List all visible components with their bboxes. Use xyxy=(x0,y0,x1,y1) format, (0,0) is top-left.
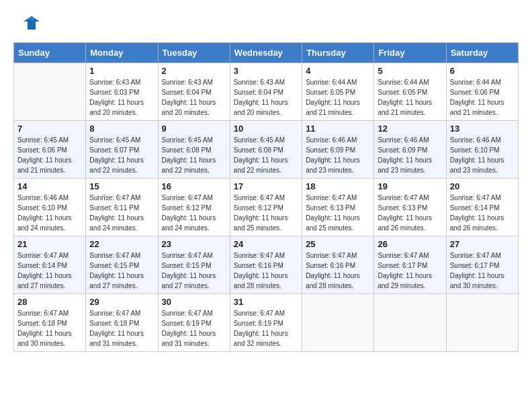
day-number: 25 xyxy=(306,239,370,249)
day-info: Sunrise: 6:45 AMSunset: 6:07 PMDaylight:… xyxy=(89,135,154,175)
calendar-cell: 5Sunrise: 6:44 AMSunset: 6:05 PMDaylight… xyxy=(374,63,446,121)
day-number: 27 xyxy=(450,239,515,249)
calendar-cell: 9Sunrise: 6:45 AMSunset: 6:08 PMDaylight… xyxy=(158,121,230,179)
day-info: Sunrise: 6:45 AMSunset: 6:08 PMDaylight:… xyxy=(234,135,298,175)
day-info: Sunrise: 6:43 AMSunset: 6:04 PMDaylight:… xyxy=(234,77,298,118)
calendar-cell: 15Sunrise: 6:47 AMSunset: 6:11 PMDayligh… xyxy=(86,179,158,236)
calendar-cell: 24Sunrise: 6:47 AMSunset: 6:16 PMDayligh… xyxy=(230,236,302,294)
day-number: 19 xyxy=(378,181,442,191)
day-info: Sunrise: 6:47 AMSunset: 6:12 PMDaylight:… xyxy=(234,193,298,233)
calendar-cell: 7Sunrise: 6:45 AMSunset: 6:06 PMDaylight… xyxy=(14,121,86,179)
calendar-cell: 13Sunrise: 6:46 AMSunset: 6:10 PMDayligh… xyxy=(446,121,518,179)
day-info: Sunrise: 6:46 AMSunset: 6:09 PMDaylight:… xyxy=(378,135,442,175)
day-number: 1 xyxy=(89,66,154,76)
calendar-cell: 29Sunrise: 6:47 AMSunset: 6:18 PMDayligh… xyxy=(86,294,158,352)
calendar-cell: 22Sunrise: 6:47 AMSunset: 6:15 PMDayligh… xyxy=(86,236,158,294)
day-number: 24 xyxy=(234,239,298,249)
day-info: Sunrise: 6:46 AMSunset: 6:10 PMDaylight:… xyxy=(17,193,82,233)
day-number: 14 xyxy=(17,181,82,191)
day-number: 10 xyxy=(234,124,298,134)
day-number: 29 xyxy=(89,297,154,307)
calendar-cell: 17Sunrise: 6:47 AMSunset: 6:12 PMDayligh… xyxy=(230,179,302,236)
calendar-cell: 2Sunrise: 6:43 AMSunset: 6:04 PMDaylight… xyxy=(158,63,230,121)
calendar-cell xyxy=(14,63,86,121)
col-header-wednesday: Wednesday xyxy=(230,43,302,63)
calendar-cell: 18Sunrise: 6:47 AMSunset: 6:13 PMDayligh… xyxy=(302,179,374,236)
day-number: 7 xyxy=(17,124,82,134)
calendar-week: 28Sunrise: 6:47 AMSunset: 6:18 PMDayligh… xyxy=(14,294,519,352)
col-header-sunday: Sunday xyxy=(14,43,86,63)
page-header xyxy=(13,13,519,36)
logo xyxy=(13,13,41,36)
day-info: Sunrise: 6:47 AMSunset: 6:18 PMDaylight:… xyxy=(17,308,82,349)
day-number: 18 xyxy=(306,181,370,191)
calendar-cell xyxy=(446,294,518,352)
day-info: Sunrise: 6:47 AMSunset: 6:13 PMDaylight:… xyxy=(378,193,442,233)
col-header-monday: Monday xyxy=(86,43,158,63)
calendar-cell: 27Sunrise: 6:47 AMSunset: 6:17 PMDayligh… xyxy=(446,236,518,294)
day-info: Sunrise: 6:47 AMSunset: 6:19 PMDaylight:… xyxy=(234,308,298,349)
col-header-friday: Friday xyxy=(374,43,446,63)
day-info: Sunrise: 6:44 AMSunset: 6:05 PMDaylight:… xyxy=(306,77,370,118)
day-info: Sunrise: 6:47 AMSunset: 6:15 PMDaylight:… xyxy=(162,250,226,291)
calendar-body: 1Sunrise: 6:43 AMSunset: 6:03 PMDaylight… xyxy=(14,63,519,352)
calendar-cell: 14Sunrise: 6:46 AMSunset: 6:10 PMDayligh… xyxy=(14,179,86,236)
calendar-cell: 16Sunrise: 6:47 AMSunset: 6:12 PMDayligh… xyxy=(158,179,230,236)
calendar-cell: 10Sunrise: 6:45 AMSunset: 6:08 PMDayligh… xyxy=(230,121,302,179)
day-number: 6 xyxy=(450,66,515,76)
calendar-cell: 11Sunrise: 6:46 AMSunset: 6:09 PMDayligh… xyxy=(302,121,374,179)
day-info: Sunrise: 6:43 AMSunset: 6:04 PMDaylight:… xyxy=(162,77,226,118)
day-info: Sunrise: 6:45 AMSunset: 6:08 PMDaylight:… xyxy=(162,135,226,175)
calendar-cell: 21Sunrise: 6:47 AMSunset: 6:14 PMDayligh… xyxy=(14,236,86,294)
day-info: Sunrise: 6:44 AMSunset: 6:05 PMDaylight:… xyxy=(378,77,442,118)
day-number: 2 xyxy=(162,66,226,76)
day-number: 15 xyxy=(89,181,154,191)
day-info: Sunrise: 6:47 AMSunset: 6:14 PMDaylight:… xyxy=(450,193,515,233)
calendar-cell: 25Sunrise: 6:47 AMSunset: 6:16 PMDayligh… xyxy=(302,236,374,294)
day-info: Sunrise: 6:47 AMSunset: 6:19 PMDaylight:… xyxy=(162,308,226,349)
day-info: Sunrise: 6:46 AMSunset: 6:10 PMDaylight:… xyxy=(450,135,515,175)
calendar-cell: 1Sunrise: 6:43 AMSunset: 6:03 PMDaylight… xyxy=(86,63,158,121)
calendar-cell: 28Sunrise: 6:47 AMSunset: 6:18 PMDayligh… xyxy=(14,294,86,352)
day-number: 8 xyxy=(89,124,154,134)
calendar-week: 21Sunrise: 6:47 AMSunset: 6:14 PMDayligh… xyxy=(14,236,519,294)
calendar-cell: 3Sunrise: 6:43 AMSunset: 6:04 PMDaylight… xyxy=(230,63,302,121)
calendar-cell: 23Sunrise: 6:47 AMSunset: 6:15 PMDayligh… xyxy=(158,236,230,294)
day-info: Sunrise: 6:47 AMSunset: 6:16 PMDaylight:… xyxy=(306,250,370,291)
col-header-saturday: Saturday xyxy=(446,43,518,63)
day-info: Sunrise: 6:46 AMSunset: 6:09 PMDaylight:… xyxy=(306,135,370,175)
day-number: 22 xyxy=(89,239,154,249)
calendar-week: 7Sunrise: 6:45 AMSunset: 6:06 PMDaylight… xyxy=(14,121,519,179)
calendar-cell: 20Sunrise: 6:47 AMSunset: 6:14 PMDayligh… xyxy=(446,179,518,236)
day-info: Sunrise: 6:45 AMSunset: 6:06 PMDaylight:… xyxy=(17,135,82,175)
day-number: 17 xyxy=(234,181,298,191)
day-info: Sunrise: 6:47 AMSunset: 6:17 PMDaylight:… xyxy=(378,250,442,291)
day-number: 9 xyxy=(162,124,226,134)
day-number: 4 xyxy=(306,66,370,76)
day-info: Sunrise: 6:43 AMSunset: 6:03 PMDaylight:… xyxy=(89,77,154,118)
day-info: Sunrise: 6:47 AMSunset: 6:16 PMDaylight:… xyxy=(234,250,298,291)
day-number: 30 xyxy=(162,297,226,307)
calendar-cell: 4Sunrise: 6:44 AMSunset: 6:05 PMDaylight… xyxy=(302,63,374,121)
day-number: 28 xyxy=(17,297,82,307)
col-header-tuesday: Tuesday xyxy=(158,43,230,63)
day-number: 23 xyxy=(162,239,226,249)
logo-bird-icon xyxy=(22,13,41,32)
calendar-cell: 31Sunrise: 6:47 AMSunset: 6:19 PMDayligh… xyxy=(230,294,302,352)
day-number: 16 xyxy=(162,181,226,191)
calendar-header: SundayMondayTuesdayWednesdayThursdayFrid… xyxy=(14,43,519,63)
day-number: 26 xyxy=(378,239,442,249)
calendar-cell xyxy=(374,294,446,352)
calendar-table: SundayMondayTuesdayWednesdayThursdayFrid… xyxy=(13,42,519,352)
calendar-cell: 19Sunrise: 6:47 AMSunset: 6:13 PMDayligh… xyxy=(374,179,446,236)
calendar-cell: 12Sunrise: 6:46 AMSunset: 6:09 PMDayligh… xyxy=(374,121,446,179)
calendar-week: 1Sunrise: 6:43 AMSunset: 6:03 PMDaylight… xyxy=(14,63,519,121)
calendar-cell: 26Sunrise: 6:47 AMSunset: 6:17 PMDayligh… xyxy=(374,236,446,294)
day-number: 13 xyxy=(450,124,515,134)
day-number: 12 xyxy=(378,124,442,134)
day-info: Sunrise: 6:47 AMSunset: 6:18 PMDaylight:… xyxy=(89,308,154,349)
day-info: Sunrise: 6:47 AMSunset: 6:15 PMDaylight:… xyxy=(89,250,154,291)
calendar-cell: 30Sunrise: 6:47 AMSunset: 6:19 PMDayligh… xyxy=(158,294,230,352)
day-info: Sunrise: 6:47 AMSunset: 6:13 PMDaylight:… xyxy=(306,193,370,233)
calendar-cell xyxy=(302,294,374,352)
